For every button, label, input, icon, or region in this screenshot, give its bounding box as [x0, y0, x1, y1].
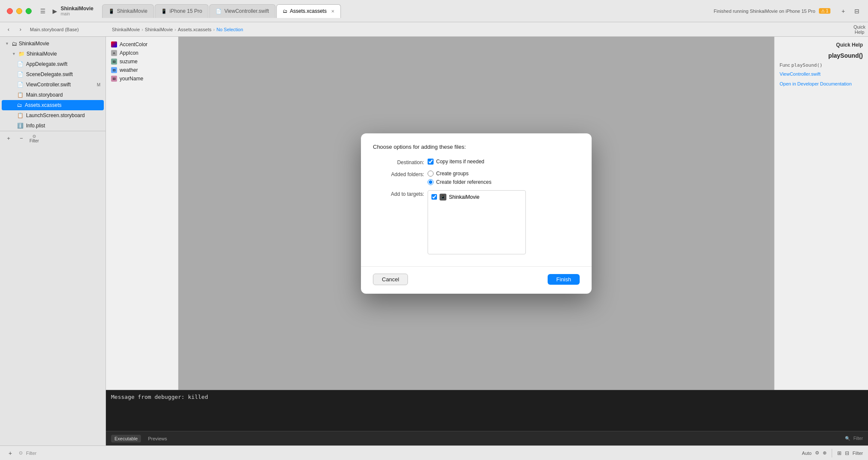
minimize-button[interactable] [16, 8, 22, 14]
traffic-lights [0, 8, 32, 14]
bottom-filter-right-button[interactable]: Filter [853, 448, 863, 458]
titlebar: ☰ ▶ ShinkaiMovie main 📱 ShinkaiMovie 📱 i… [0, 0, 868, 22]
copy-items-checkbox[interactable] [428, 159, 434, 165]
yourname-icon: 🖼 [111, 76, 117, 82]
appicon-icon: A [111, 50, 117, 56]
folder-icon: 🗂 [12, 41, 17, 47]
nav-forward-button[interactable]: › [15, 24, 26, 35]
chevron-down-icon: ▼ [5, 41, 9, 46]
sidebar-item-project[interactable]: ▼ 🗂 ShinkaiMovie [2, 38, 104, 49]
modal-overlay: Choose options for adding these files: D… [179, 37, 774, 390]
sidebar-infoplist-label: Info.plist [26, 123, 45, 129]
sidebar-item-viewcontroller[interactable]: 📄 ViewController.swift M [2, 80, 104, 90]
sidebar-item-assets[interactable]: 🗂 Assets.xcassets [2, 100, 104, 110]
main-upper: AccentColor A AppIcon 🖼 suzume 🖼 weather [106, 37, 868, 390]
close-tab-icon[interactable]: ✕ [331, 9, 334, 14]
project-sub: main [61, 12, 94, 16]
asset-item-accentcolor[interactable]: AccentColor [106, 40, 178, 49]
suzume-icon: 🖼 [111, 59, 117, 65]
copy-items-label: Copy items if needed [436, 159, 484, 165]
bottom-filter-icon: ⊙ [19, 450, 23, 456]
file-browser: AccentColor A AppIcon 🖼 suzume 🖼 weather [106, 37, 179, 390]
breadcrumb-shinkaimovie1[interactable]: ShinkaiMovie [112, 27, 140, 32]
tab-icon-3: 🗂 [283, 9, 287, 14]
sidebar-item-appdelegate[interactable]: 📄 AppDelegate.swift [2, 59, 104, 69]
source-file-link[interactable]: ViewController.swift [780, 71, 821, 77]
breadcrumb-shinkaimovie2[interactable]: ShinkaiMovie [145, 27, 173, 32]
sidebar-group-label: ShinkaiMovie [26, 51, 57, 57]
sidebar-toggle-button[interactable]: ☰ [37, 5, 49, 17]
suzume-label: suzume [120, 59, 138, 65]
breadcrumb-sep-2: › [175, 27, 176, 32]
console-tab-executable[interactable]: Executable [111, 435, 141, 442]
yourname-label: yourName [120, 76, 143, 82]
project-info: ShinkaiMovie main [61, 6, 94, 16]
tab-icon-1: 📱 [161, 9, 167, 14]
sidebar-launchscreen-label: LaunchScreen.storyboard [26, 112, 85, 118]
source-file-row: ViewController.swift [780, 71, 863, 77]
breadcrumb: ShinkaiMovie › ShinkaiMovie › Assets.xca… [112, 27, 852, 32]
filter-button[interactable]: ⊙ Filter [29, 133, 39, 144]
sidebar-item-mainstoryboard[interactable]: 📋 Main.storyboard [2, 90, 104, 100]
tab-iphone15[interactable]: 📱 iPhone 15 Pro [155, 4, 208, 18]
accentcolor-icon [111, 41, 117, 47]
inspector-toggle-button[interactable]: Quick Help [854, 24, 865, 35]
target-shinkaimovie-checkbox[interactable] [431, 194, 437, 200]
sidebar-scenedelegate-label: SceneDelegate.swift [26, 71, 73, 77]
tab-label-1: iPhone 15 Pro [170, 8, 202, 14]
breadcrumb-no-selection[interactable]: No Selection [217, 27, 243, 32]
modal-title: Choose options for adding these files: [373, 144, 580, 150]
storyboard-icon-1: 📋 [17, 92, 23, 98]
bottom-zoom-icon: ⊕ [823, 450, 827, 456]
tab-assets[interactable]: 🗂 Assets.xcassets ✕ [276, 4, 341, 18]
tab-viewcontroller[interactable]: 📄 ViewController.swift [209, 4, 275, 18]
create-groups-label: Create groups [436, 171, 469, 177]
cancel-button[interactable]: Cancel [373, 274, 408, 285]
console-bottom-bar: Executable Previews 🔍 Filter [106, 431, 868, 445]
main-content-wrapper: AccentColor A AppIcon 🖼 suzume 🖼 weather [106, 37, 868, 445]
swift-icon-3: 📄 [17, 82, 23, 88]
asset-item-yourname[interactable]: 🖼 yourName [106, 74, 178, 83]
maximize-button[interactable] [26, 8, 32, 14]
close-button[interactable] [7, 8, 13, 14]
console-tab-previews[interactable]: Previews [144, 435, 170, 442]
content-area: Choose options for adding these files: D… [179, 37, 774, 390]
open-docs-link[interactable]: Open in Developer Documentation [780, 81, 852, 86]
create-folder-refs-label: Create folder references [436, 179, 491, 185]
sidebar-item-group[interactable]: ▼ 📁 ShinkaiMovie [2, 49, 104, 59]
sidebar-item-infoplist[interactable]: ℹ️ Info.plist [2, 121, 104, 131]
sidebar-appdelegate-label: AppDelegate.swift [26, 61, 67, 67]
remove-file-button[interactable]: − [16, 133, 26, 144]
inspector-button[interactable]: ⊟ [851, 5, 863, 17]
asset-item-appicon[interactable]: A AppIcon [106, 49, 178, 57]
quick-help-header: Quick Help [780, 42, 863, 48]
create-groups-radio[interactable] [428, 171, 434, 177]
asset-item-suzume[interactable]: 🖼 suzume [106, 57, 178, 66]
copy-items-row: Copy items if needed [428, 159, 484, 165]
add-button[interactable]: + [837, 5, 849, 17]
add-item-button[interactable]: + [5, 448, 15, 458]
swift-icon-1: 📄 [17, 61, 23, 67]
added-folders-label: Added folders: [373, 171, 424, 177]
run-button[interactable]: ▶ [49, 5, 61, 17]
finish-button[interactable]: Finish [548, 274, 580, 285]
bottom-settings-icon: ⚙ [815, 450, 819, 456]
tab-shinkaimovie[interactable]: 📱 ShinkaiMovie [102, 4, 154, 18]
divider-1 [832, 449, 832, 457]
asset-item-weather[interactable]: 🖼 weather [106, 66, 178, 74]
create-folder-refs-radio[interactable] [428, 179, 434, 185]
status-area: Finished running ShinkaiMovie on iPhone … [707, 8, 837, 14]
warning-badge: ⚠ 1 [819, 8, 830, 14]
weather-icon: 🖼 [111, 67, 117, 73]
add-file-button[interactable]: + [3, 133, 14, 144]
file-path: Main.storyboard (Base) [30, 27, 79, 32]
titlebar-right: + ⊟ [837, 5, 868, 17]
nav-back-button[interactable]: ‹ [3, 24, 14, 35]
breadcrumb-assets[interactable]: Assets.xcassets [178, 27, 211, 32]
sidebar-item-scenedelegate[interactable]: 📄 SceneDelegate.swift [2, 69, 104, 80]
plist-icon: ℹ️ [17, 123, 23, 129]
sidebar-item-launchscreen[interactable]: 📋 LaunchScreen.storyboard [2, 110, 104, 121]
tab-label-3: Assets.xcassets [290, 8, 327, 14]
right-panel: Quick Help playSound() Func playSound() … [774, 37, 868, 390]
bottom-filter-label: Filter [26, 451, 36, 456]
